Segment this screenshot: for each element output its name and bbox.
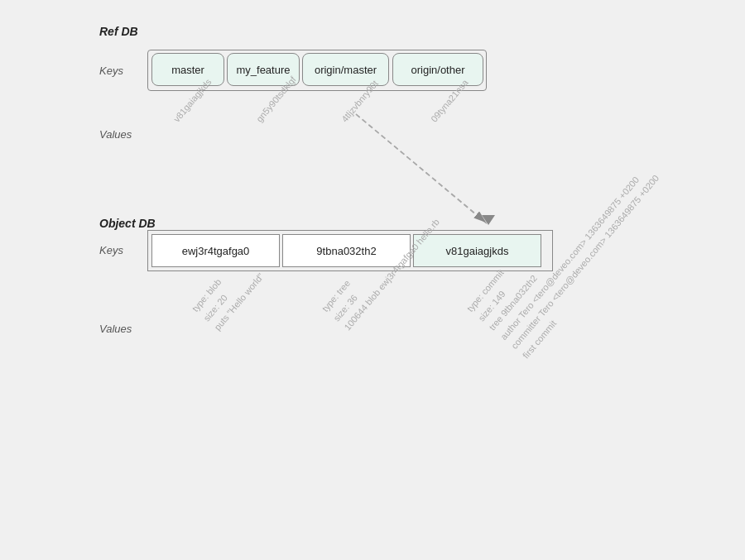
ref-db-label: Ref DB xyxy=(99,25,138,38)
obj-db-values-label: Values xyxy=(99,323,132,335)
obj-db-label: Object DB xyxy=(99,217,156,230)
diagram-container: Ref DB Keys master my_feature origin/mas… xyxy=(0,0,745,560)
obj-db-keys-label: Keys xyxy=(99,244,123,256)
ref-db-key-origin-other: origin/other xyxy=(392,53,483,86)
svg-marker-1 xyxy=(482,215,495,225)
ref-db-key-master: master xyxy=(151,53,224,86)
obj-db-key-ewj3r4: ewj3r4tgafga0 xyxy=(151,234,280,267)
ref-db-values-label: Values xyxy=(99,128,132,141)
ref-db-keys-label: Keys xyxy=(99,65,123,77)
